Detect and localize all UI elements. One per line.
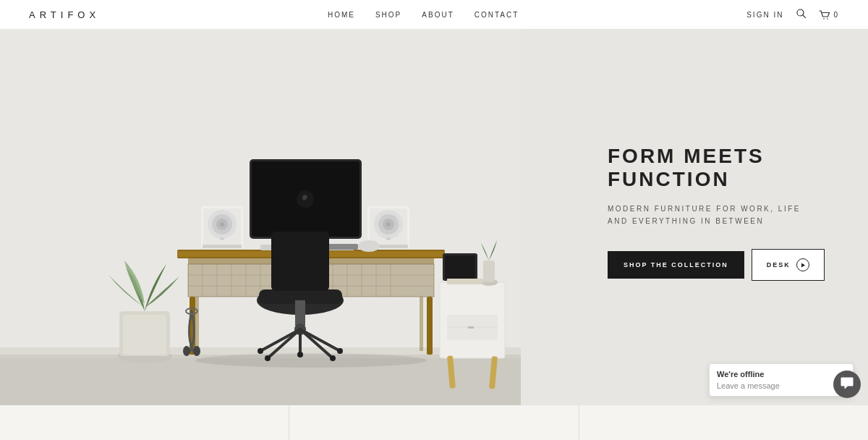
svg-rect-65 xyxy=(295,300,305,326)
desk-video-button[interactable]: DESK xyxy=(752,249,825,281)
nav-home[interactable]: HOME xyxy=(328,11,355,19)
svg-point-56 xyxy=(386,222,391,227)
hero-buttons: SHOP THE COLLECTION DESK xyxy=(608,249,825,281)
chat-status: We're offline xyxy=(717,370,846,378)
chat-widget: We're offline Leave a message xyxy=(709,363,854,397)
svg-line-1 xyxy=(803,15,806,18)
main-nav: HOME SHOP ABOUT CONTACT xyxy=(328,11,519,19)
hero-image xyxy=(0,29,521,405)
hero-content: FORM MEETS FUNCTION MODERN FURNITURE FOR… xyxy=(608,145,825,281)
svg-point-43 xyxy=(220,222,224,227)
bottom-strip-item-3 xyxy=(579,405,868,440)
shop-collection-button[interactable]: SHOP THE COLLECTION xyxy=(608,251,744,279)
svg-rect-61 xyxy=(326,244,358,250)
logo-text: ARTIFOX xyxy=(29,9,100,20)
svg-point-36 xyxy=(193,346,200,356)
play-icon xyxy=(796,258,809,271)
nav-about[interactable]: ABOUT xyxy=(422,11,454,19)
site-logo[interactable]: ARTIFOX xyxy=(29,9,100,20)
header-actions: SIGN IN 0 xyxy=(746,9,839,20)
svg-rect-34 xyxy=(420,297,423,351)
hero-title: FORM MEETS FUNCTION xyxy=(608,145,825,191)
svg-rect-33 xyxy=(195,297,199,351)
svg-point-37 xyxy=(183,346,190,356)
svg-point-60 xyxy=(358,240,380,252)
svg-point-90 xyxy=(195,353,427,368)
svg-point-44 xyxy=(220,238,224,240)
svg-rect-32 xyxy=(427,297,433,355)
bottom-strip-item-1 xyxy=(0,405,289,440)
svg-rect-83 xyxy=(445,255,475,279)
svg-rect-9 xyxy=(123,315,166,355)
chat-message: Leave a message xyxy=(717,381,846,390)
cart-icon[interactable]: 0 xyxy=(819,10,839,20)
signin-link[interactable]: SIGN IN xyxy=(746,11,783,19)
svg-point-3 xyxy=(827,18,829,20)
chat-bubble-button[interactable] xyxy=(833,371,861,398)
site-header: ARTIFOX HOME SHOP ABOUT CONTACT SIGN IN … xyxy=(0,0,868,29)
search-icon[interactable] xyxy=(796,9,806,20)
svg-rect-64 xyxy=(271,232,329,291)
svg-rect-45 xyxy=(203,245,242,248)
chat-bubble-icon xyxy=(840,376,854,393)
svg-rect-81 xyxy=(468,326,474,329)
svg-rect-85 xyxy=(483,261,495,282)
hero-section: FORM MEETS FUNCTION MODERN FURNITURE FOR… xyxy=(0,29,868,405)
svg-point-2 xyxy=(824,18,825,20)
svg-point-72 xyxy=(258,348,263,354)
svg-point-57 xyxy=(386,238,391,240)
bottom-strip xyxy=(0,405,868,440)
desk-button-label: DESK xyxy=(767,261,791,268)
svg-point-0 xyxy=(797,9,804,16)
svg-rect-86 xyxy=(447,279,483,284)
hero-subtitle: MODERN FURNITURE FOR WORK, LIFEAND EVERY… xyxy=(608,203,825,227)
nav-contact[interactable]: CONTACT xyxy=(475,11,519,19)
svg-point-73 xyxy=(337,348,343,354)
cart-count: 0 xyxy=(833,11,839,19)
nav-shop[interactable]: SHOP xyxy=(375,11,401,19)
bottom-strip-item-2 xyxy=(289,405,579,440)
